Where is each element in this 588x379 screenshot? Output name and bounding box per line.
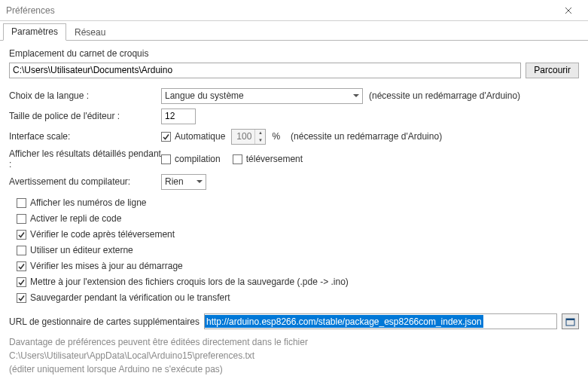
language-select[interactable]: Langue du système bbox=[161, 88, 363, 104]
boards-url-label: URL de gestionnaire de cartes supplément… bbox=[9, 316, 200, 327]
sketchbook-row: Parcourir bbox=[9, 62, 579, 78]
option-update-extension[interactable]: Mettre à jour l'extension des fichiers c… bbox=[17, 277, 579, 287]
option-check-updates[interactable]: Vérifier les mises à jour au démarrage bbox=[17, 261, 579, 271]
chevron-down-icon bbox=[353, 94, 359, 97]
option-verify-after-upload[interactable]: Vérifier le code après téléversement bbox=[17, 229, 579, 240]
footnote-line3: (éditer uniquement lorsque Arduino ne s'… bbox=[9, 362, 579, 376]
title-bar: Préférences bbox=[0, 0, 588, 21]
verbose-upload-checkbox[interactable]: téléversement bbox=[233, 154, 303, 164]
boards-url-value: http://arduino.esp8266.com/stable/packag… bbox=[205, 315, 483, 328]
settings-panel: Emplacement du carnet de croquis Parcour… bbox=[0, 41, 588, 379]
option-code-folding-label: Activer le repli de code bbox=[30, 213, 121, 224]
browse-button[interactable]: Parcourir bbox=[526, 63, 579, 78]
chevron-down-icon bbox=[197, 180, 203, 183]
compiler-warning-value: Rien bbox=[165, 176, 184, 187]
close-icon bbox=[565, 7, 572, 14]
option-save-on-verify-label: Sauvegarder pendant la vérification ou l… bbox=[30, 292, 230, 303]
option-check-updates-label: Vérifier les mises à jour au démarrage bbox=[30, 261, 183, 271]
editor-font-label: Taille de police de l'éditeur : bbox=[9, 111, 161, 121]
sketchbook-path-input[interactable] bbox=[9, 63, 521, 78]
footnote-line2: C:\Users\Utilisateur\AppData\Local\Ardui… bbox=[9, 349, 579, 362]
close-button[interactable] bbox=[553, 3, 583, 18]
option-external-editor[interactable]: Utiliser un éditeur externe bbox=[17, 245, 579, 255]
footnote-line1: Davantage de préférences peuvent être éd… bbox=[9, 335, 579, 349]
compiler-warning-select[interactable]: Rien bbox=[161, 174, 206, 190]
tab-network[interactable]: Réseau bbox=[66, 24, 114, 41]
interface-scale-unit: % bbox=[272, 131, 280, 142]
spinner-arrows[interactable]: ▲▼ bbox=[254, 130, 265, 144]
verbose-compilation-checkbox[interactable]: compilation bbox=[161, 154, 221, 164]
interface-scale-auto-checkbox[interactable]: Automatique bbox=[161, 131, 225, 142]
interface-scale-label: Interface scale: bbox=[9, 131, 161, 142]
boards-url-expand-button[interactable] bbox=[562, 313, 579, 329]
interface-scale-spinner[interactable]: 100 ▲▼ bbox=[231, 129, 266, 145]
options-list: Afficher les numéros de ligne Activer le… bbox=[9, 197, 579, 303]
language-hint: (nécessite un redémarrage d'Arduino) bbox=[369, 90, 520, 101]
interface-scale-value: 100 bbox=[232, 131, 254, 142]
settings-grid: Choix de la langue : Langue du système (… bbox=[9, 87, 579, 190]
verbose-compilation-label: compilation bbox=[175, 154, 221, 164]
language-label: Choix de la langue : bbox=[9, 90, 161, 101]
window-title: Préférences bbox=[6, 5, 553, 16]
option-verify-after-upload-label: Vérifier le code après téléversement bbox=[30, 229, 175, 240]
interface-scale-hint: (nécessite un redémarrage d'Arduino) bbox=[291, 131, 442, 142]
option-line-numbers-label: Afficher les numéros de ligne bbox=[30, 197, 147, 208]
footnotes: Davantage de préférences peuvent être éd… bbox=[9, 335, 579, 376]
option-update-extension-label: Mettre à jour l'extension des fichiers c… bbox=[30, 277, 349, 287]
option-code-folding[interactable]: Activer le repli de code bbox=[17, 213, 579, 224]
sketchbook-label: Emplacement du carnet de croquis bbox=[9, 48, 579, 59]
boards-url-row: URL de gestionnaire de cartes supplément… bbox=[9, 313, 579, 329]
tab-settings[interactable]: Paramètres bbox=[3, 23, 66, 41]
option-save-on-verify[interactable]: Sauvegarder pendant la vérification ou l… bbox=[17, 292, 579, 303]
window-icon bbox=[565, 316, 575, 326]
tab-strip: Paramètres Réseau bbox=[0, 21, 588, 41]
svg-rect-1 bbox=[566, 319, 574, 320]
option-external-editor-label: Utiliser un éditeur externe bbox=[30, 245, 133, 255]
verbose-label: Afficher les résultats détaillés pendant… bbox=[9, 148, 161, 170]
language-select-value: Langue du système bbox=[165, 90, 244, 101]
compiler-warning-label: Avertissement du compilateur: bbox=[9, 176, 161, 187]
editor-font-input[interactable] bbox=[161, 109, 196, 124]
interface-scale-auto-label: Automatique bbox=[175, 131, 225, 142]
boards-url-input[interactable]: http://arduino.esp8266.com/stable/packag… bbox=[204, 313, 557, 329]
verbose-upload-label: téléversement bbox=[246, 154, 303, 164]
option-line-numbers[interactable]: Afficher les numéros de ligne bbox=[17, 197, 579, 208]
